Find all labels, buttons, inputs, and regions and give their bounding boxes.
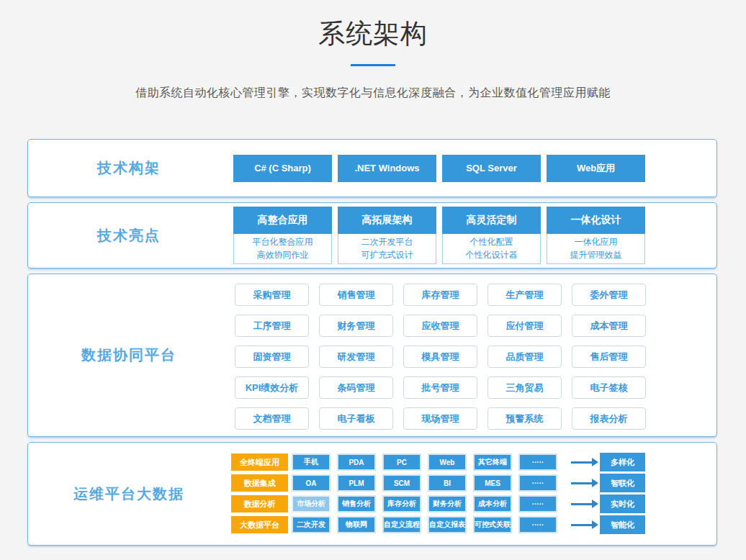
page-subtitle: 借助系统自动化核心管理引擎，实现数字化与信息化深度融合，为企业数值化管理应用赋能	[0, 86, 746, 101]
highlight-line: 一体化应用	[547, 235, 644, 248]
module-button[interactable]: 电子签核	[572, 376, 646, 399]
tech-stack-content: C# (C Sharp) .NET Windows SQL Server Web…	[230, 140, 716, 197]
module-button[interactable]: 研发管理	[319, 346, 393, 368]
tech-item-sqlserver[interactable]: SQL Server	[442, 155, 541, 182]
highlight-card-flexibility: 高灵活定制 个性化配置 个性化设计器	[442, 207, 541, 264]
highlight-card-body: 平台化整合应用 高效协同作业	[233, 234, 332, 264]
bigdata-row-platform: 大数据平台 二次开发 物联网 自定义流程 自定义报表 可控式关联 ····· 智…	[231, 516, 716, 533]
bigdata-item-more[interactable]: ·····	[518, 516, 557, 533]
module-button[interactable]: 应收管理	[403, 315, 477, 337]
bigdata-item[interactable]: OA	[292, 474, 331, 492]
highlights-label: 技术亮点	[97, 226, 161, 245]
panel-highlights: 技术亮点 高整合应用 平台化整合应用 高效协同作业 高拓展架构 二次开发平台 可…	[27, 202, 717, 268]
module-button[interactable]: 文档管理	[235, 407, 309, 430]
module-button[interactable]: 品质管理	[487, 346, 562, 368]
bigdata-item[interactable]: 二次开发	[292, 516, 331, 533]
tech-item-csharp[interactable]: C# (C Sharp)	[233, 155, 332, 182]
module-button[interactable]: 电子看板	[319, 407, 393, 430]
bigdata-category[interactable]: 数据分析	[231, 495, 288, 512]
bigdata-category[interactable]: 大数据平台	[231, 516, 288, 533]
bigdata-item[interactable]: MES	[473, 474, 512, 492]
module-button[interactable]: 固资管理	[235, 346, 309, 368]
bigdata-item[interactable]: 物联网	[337, 516, 376, 533]
module-button[interactable]: 工序管理	[235, 315, 309, 337]
highlight-line: 个性化配置	[443, 235, 540, 248]
module-button[interactable]: 生产管理	[487, 284, 562, 306]
highlight-card-title: 高灵活定制	[442, 207, 541, 234]
module-button[interactable]: KPI绩效分析	[235, 376, 309, 399]
module-button[interactable]: 采购管理	[235, 284, 309, 306]
bigdata-item[interactable]: 自定义流程	[382, 516, 421, 533]
bigdata-item[interactable]: 手机	[292, 453, 331, 471]
bigdata-item[interactable]: PLM	[337, 474, 376, 492]
highlight-line: 可扩充式设计	[338, 248, 436, 261]
module-button[interactable]: 预警系统	[487, 407, 562, 430]
module-button[interactable]: 销售管理	[319, 284, 393, 306]
module-button[interactable]: 售后管理	[572, 346, 646, 368]
bigdata-item[interactable]: SCM	[382, 474, 421, 492]
arrow-right-icon	[571, 461, 593, 464]
bigdata-item[interactable]: Web	[428, 453, 467, 471]
highlight-card-extensibility: 高拓展架构 二次开发平台 可扩充式设计	[338, 207, 436, 264]
bigdata-row-analysis: 数据分析 市场分析 销售分析 库存分析 财务分析 成本分析 ····· 实时化	[231, 495, 716, 512]
bigdata-item-more[interactable]: ·····	[518, 453, 557, 471]
bigdata-result[interactable]: 智联化	[600, 474, 645, 492]
module-button[interactable]: 三角贸易	[487, 376, 562, 399]
highlight-card-integration: 高整合应用 平台化整合应用 高效协同作业	[233, 207, 332, 264]
panel-bigdata: 运维平台大数据 全终端应用 手机 PDA PC Web 其它终端 ····· 多…	[27, 442, 717, 546]
bigdata-item[interactable]: 成本分析	[473, 495, 512, 512]
module-button[interactable]: 库存管理	[403, 284, 477, 306]
bigdata-label-col: 运维平台大数据	[28, 443, 230, 545]
bigdata-item[interactable]: 库存分析	[382, 495, 421, 512]
module-button[interactable]: 条码管理	[319, 376, 393, 399]
bigdata-item-more[interactable]: ·····	[518, 474, 557, 492]
module-button[interactable]: 应付管理	[487, 315, 562, 337]
bigdata-item[interactable]: PDA	[337, 453, 376, 471]
data-platform-grid: 采购管理 销售管理 库存管理 生产管理 委外管理 工序管理 财务管理 应收管理 …	[230, 274, 716, 436]
bigdata-item[interactable]: 自定义报表	[428, 516, 467, 533]
bigdata-result[interactable]: 实时化	[600, 494, 645, 513]
highlight-card-title: 高拓展架构	[338, 207, 436, 234]
bigdata-item-more[interactable]: ·····	[518, 495, 557, 512]
tech-stack-label-col: 技术构架	[28, 140, 230, 197]
bigdata-item[interactable]: 销售分析	[337, 495, 376, 512]
bigdata-item[interactable]: PC	[382, 453, 421, 471]
module-button[interactable]: 报表分析	[572, 407, 646, 430]
tech-item-dotnet[interactable]: .NET Windows	[338, 155, 436, 182]
highlight-card-allinone: 一体化设计 一体化应用 提升管理效益	[547, 207, 645, 264]
bigdata-result[interactable]: 多样化	[600, 453, 645, 471]
highlight-line: 高效协同作业	[234, 248, 331, 261]
panel-data-platform: 数据协同平台 采购管理 销售管理 库存管理 生产管理 委外管理 工序管理 财务管…	[27, 274, 717, 437]
module-button[interactable]: 财务管理	[319, 315, 393, 337]
panel-tech-stack: 技术构架 C# (C Sharp) .NET Windows SQL Serve…	[27, 139, 717, 197]
bigdata-item[interactable]: 市场分析	[292, 495, 331, 512]
tech-item-web[interactable]: Web应用	[547, 155, 645, 182]
module-button[interactable]: 现场管理	[403, 407, 477, 430]
highlight-card-body: 二次开发平台 可扩充式设计	[338, 234, 436, 264]
arrow-right-icon	[571, 524, 593, 526]
bigdata-result[interactable]: 智能化	[600, 515, 645, 534]
bigdata-item[interactable]: 其它终端	[473, 453, 512, 471]
bigdata-item[interactable]: 可控式关联	[473, 516, 512, 533]
module-button[interactable]: 模具管理	[403, 346, 477, 368]
tech-stack-label: 技术构架	[97, 158, 161, 178]
highlights-content: 高整合应用 平台化整合应用 高效协同作业 高拓展架构 二次开发平台 可扩充式设计…	[230, 203, 716, 268]
bigdata-category[interactable]: 全终端应用	[231, 453, 288, 471]
arrow-right-icon	[571, 482, 593, 484]
highlight-line: 个性化设计器	[443, 248, 540, 261]
highlight-line: 提升管理效益	[547, 248, 644, 261]
data-platform-label: 数据协同平台	[81, 346, 176, 365]
system-architecture-page: 系统架构 借助系统自动化核心管理引擎，实现数字化与信息化深度融合，为企业数值化管…	[0, 0, 746, 560]
page-title: 系统架构	[0, 0, 746, 52]
module-button[interactable]: 委外管理	[572, 284, 646, 306]
module-button[interactable]: 批号管理	[403, 376, 477, 399]
bigdata-item[interactable]: 财务分析	[428, 495, 467, 512]
bigdata-category[interactable]: 数据集成	[231, 474, 288, 492]
highlights-label-col: 技术亮点	[28, 203, 230, 268]
arrow-right-icon	[571, 503, 593, 505]
module-button[interactable]: 成本管理	[572, 315, 646, 337]
bigdata-row-integration: 数据集成 OA PLM SCM BI MES ····· 智联化	[231, 474, 716, 492]
highlight-card-body: 一体化应用 提升管理效益	[547, 234, 645, 264]
bigdata-item[interactable]: BI	[428, 474, 467, 492]
highlight-line: 二次开发平台	[338, 235, 436, 248]
